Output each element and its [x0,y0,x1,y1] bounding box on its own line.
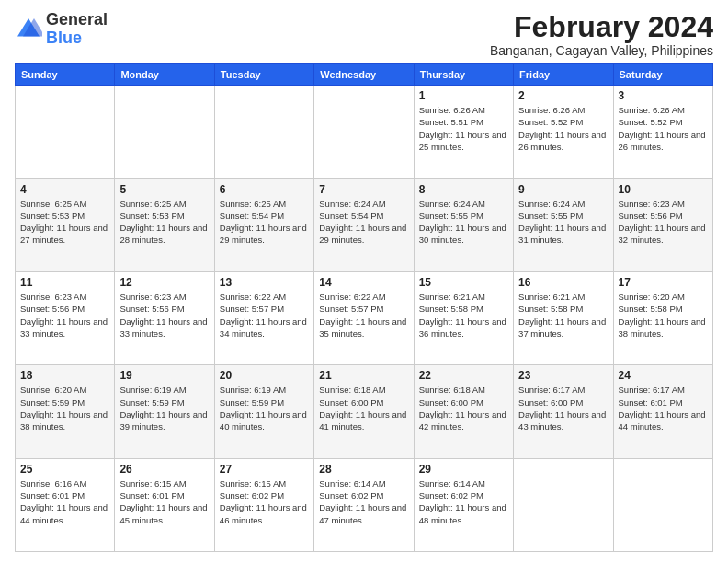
logo-general: General [46,11,108,29]
day-number: 1 [419,89,508,102]
day-number: 22 [419,369,508,382]
day-info: Sunrise: 6:19 AMSunset: 5:59 PMDaylight:… [220,384,309,432]
day-info: Sunrise: 6:20 AMSunset: 5:58 PMDaylight:… [619,291,708,339]
calendar-cell: 7Sunrise: 6:24 AMSunset: 5:54 PMDaylight… [314,178,414,271]
calendar-day-header: Tuesday [214,64,313,86]
day-number: 6 [220,183,309,196]
day-number: 23 [518,369,608,382]
day-info: Sunrise: 6:26 AMSunset: 5:51 PMDaylight:… [419,104,508,153]
calendar-cell: 5Sunrise: 6:25 AMSunset: 5:53 PMDaylight… [115,178,214,271]
day-info: Sunrise: 6:20 AMSunset: 5:59 PMDaylight:… [20,384,109,432]
day-number: 15 [419,276,508,289]
calendar-title: February 2024 [490,11,713,43]
day-info: Sunrise: 6:25 AMSunset: 5:53 PMDaylight:… [20,198,109,247]
day-number: 13 [220,276,309,289]
calendar-subtitle: Banganan, Cagayan Valley, Philippines [490,43,713,58]
day-number: 9 [518,183,608,196]
calendar-day-header: Friday [514,64,613,86]
day-number: 4 [20,183,109,196]
day-info: Sunrise: 6:23 AMSunset: 5:56 PMDaylight:… [619,198,708,247]
calendar-week-row: 25Sunrise: 6:16 AMSunset: 6:01 PMDayligh… [16,458,713,551]
calendar-cell: 18Sunrise: 6:20 AMSunset: 5:59 PMDayligh… [16,365,115,458]
calendar-week-row: 18Sunrise: 6:20 AMSunset: 5:59 PMDayligh… [16,365,713,458]
day-info: Sunrise: 6:24 AMSunset: 5:55 PMDaylight:… [518,198,608,247]
calendar-cell: 29Sunrise: 6:14 AMSunset: 6:02 PMDayligh… [414,458,513,551]
day-number: 24 [619,369,708,382]
day-info: Sunrise: 6:23 AMSunset: 5:56 PMDaylight:… [20,291,109,339]
day-info: Sunrise: 6:15 AMSunset: 6:02 PMDaylight:… [220,477,309,526]
day-info: Sunrise: 6:23 AMSunset: 5:56 PMDaylight:… [119,291,209,339]
calendar-week-row: 1Sunrise: 6:26 AMSunset: 5:51 PMDaylight… [16,86,713,178]
day-number: 14 [319,276,408,289]
logo-blue: Blue [46,29,108,48]
calendar-day-header: Sunday [16,64,115,86]
day-number: 26 [119,463,209,476]
calendar-day-header: Monday [115,64,214,86]
day-info: Sunrise: 6:22 AMSunset: 5:57 PMDaylight:… [220,291,309,339]
calendar-cell: 6Sunrise: 6:25 AMSunset: 5:54 PMDaylight… [214,178,313,271]
logo-icon [15,16,42,43]
calendar-cell: 27Sunrise: 6:15 AMSunset: 6:02 PMDayligh… [214,458,313,551]
calendar-cell: 17Sunrise: 6:20 AMSunset: 5:58 PMDayligh… [613,271,712,364]
day-info: Sunrise: 6:24 AMSunset: 5:54 PMDaylight:… [319,198,408,247]
calendar-cell: 23Sunrise: 6:17 AMSunset: 6:00 PMDayligh… [514,365,613,458]
logo: General Blue [15,11,108,48]
calendar-cell: 21Sunrise: 6:18 AMSunset: 6:00 PMDayligh… [314,365,414,458]
day-info: Sunrise: 6:18 AMSunset: 6:00 PMDaylight:… [319,384,408,432]
day-number: 3 [619,89,708,102]
day-info: Sunrise: 6:25 AMSunset: 5:53 PMDaylight:… [119,198,209,247]
day-info: Sunrise: 6:14 AMSunset: 6:02 PMDaylight:… [319,477,408,526]
calendar-cell: 10Sunrise: 6:23 AMSunset: 5:56 PMDayligh… [613,178,712,271]
calendar-cell: 24Sunrise: 6:17 AMSunset: 6:01 PMDayligh… [613,365,712,458]
title-block: February 2024 Banganan, Cagayan Valley, … [490,11,713,58]
calendar-cell: 14Sunrise: 6:22 AMSunset: 5:57 PMDayligh… [314,271,414,364]
day-info: Sunrise: 6:21 AMSunset: 5:58 PMDaylight:… [419,291,508,339]
day-info: Sunrise: 6:26 AMSunset: 5:52 PMDaylight:… [518,104,608,153]
calendar-cell [16,86,115,178]
day-number: 18 [20,369,109,382]
day-info: Sunrise: 6:14 AMSunset: 6:02 PMDaylight:… [419,477,508,526]
day-number: 8 [419,183,508,196]
calendar-header-row: SundayMondayTuesdayWednesdayThursdayFrid… [16,64,713,86]
day-number: 12 [119,276,209,289]
day-info: Sunrise: 6:24 AMSunset: 5:55 PMDaylight:… [419,198,508,247]
calendar-cell: 11Sunrise: 6:23 AMSunset: 5:56 PMDayligh… [16,271,115,364]
calendar-table: SundayMondayTuesdayWednesdayThursdayFrid… [15,63,713,552]
calendar-cell: 28Sunrise: 6:14 AMSunset: 6:02 PMDayligh… [314,458,414,551]
day-number: 10 [619,183,708,196]
calendar-cell: 16Sunrise: 6:21 AMSunset: 5:58 PMDayligh… [514,271,613,364]
calendar-day-header: Thursday [414,64,513,86]
header: General Blue February 2024 Banganan, Cag… [15,11,713,58]
calendar-cell: 25Sunrise: 6:16 AMSunset: 6:01 PMDayligh… [16,458,115,551]
day-number: 29 [419,463,508,476]
calendar-cell: 15Sunrise: 6:21 AMSunset: 5:58 PMDayligh… [414,271,513,364]
day-number: 21 [319,369,408,382]
day-number: 19 [119,369,209,382]
page: General Blue February 2024 Banganan, Cag… [0,0,728,563]
day-info: Sunrise: 6:21 AMSunset: 5:58 PMDaylight:… [518,291,608,339]
day-number: 5 [119,183,209,196]
calendar-cell: 1Sunrise: 6:26 AMSunset: 5:51 PMDaylight… [414,86,513,178]
calendar-cell: 2Sunrise: 6:26 AMSunset: 5:52 PMDaylight… [514,86,613,178]
day-number: 27 [220,463,309,476]
calendar-cell: 22Sunrise: 6:18 AMSunset: 6:00 PMDayligh… [414,365,513,458]
calendar-cell [115,86,214,178]
calendar-week-row: 11Sunrise: 6:23 AMSunset: 5:56 PMDayligh… [16,271,713,364]
calendar-cell: 20Sunrise: 6:19 AMSunset: 5:59 PMDayligh… [214,365,313,458]
calendar-cell: 26Sunrise: 6:15 AMSunset: 6:01 PMDayligh… [115,458,214,551]
day-info: Sunrise: 6:19 AMSunset: 5:59 PMDaylight:… [119,384,209,432]
calendar-cell: 4Sunrise: 6:25 AMSunset: 5:53 PMDaylight… [16,178,115,271]
day-number: 28 [319,463,408,476]
day-number: 17 [619,276,708,289]
calendar-cell [514,458,613,551]
day-number: 2 [518,89,608,102]
day-number: 16 [518,276,608,289]
calendar-cell [613,458,712,551]
day-info: Sunrise: 6:15 AMSunset: 6:01 PMDaylight:… [119,477,209,526]
day-info: Sunrise: 6:26 AMSunset: 5:52 PMDaylight:… [619,104,708,153]
day-info: Sunrise: 6:17 AMSunset: 6:01 PMDaylight:… [619,384,708,432]
day-info: Sunrise: 6:18 AMSunset: 6:00 PMDaylight:… [419,384,508,432]
calendar-cell: 8Sunrise: 6:24 AMSunset: 5:55 PMDaylight… [414,178,513,271]
day-info: Sunrise: 6:22 AMSunset: 5:57 PMDaylight:… [319,291,408,339]
day-info: Sunrise: 6:16 AMSunset: 6:01 PMDaylight:… [20,477,109,526]
